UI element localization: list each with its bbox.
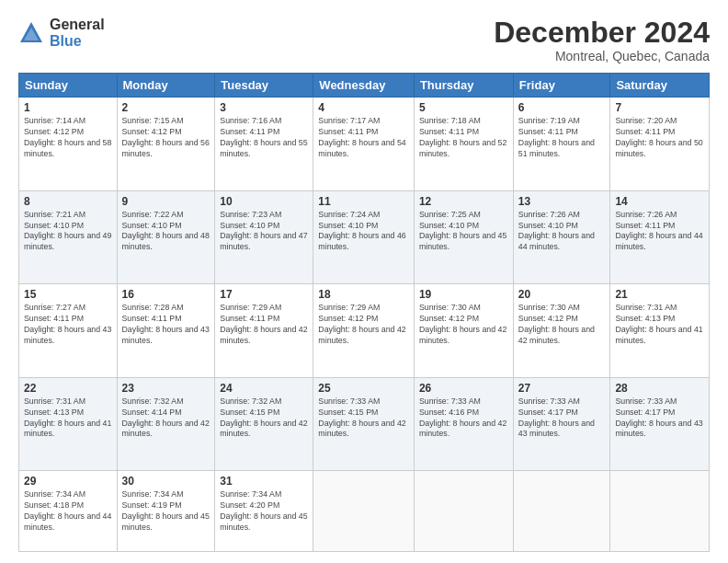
calendar-cell: 16Sunrise: 7:28 AMSunset: 4:11 PMDayligh…	[117, 284, 215, 378]
calendar-cell: 11Sunrise: 7:24 AMSunset: 4:10 PMDayligh…	[313, 190, 415, 284]
calendar-cell: 22Sunrise: 7:31 AMSunset: 4:13 PMDayligh…	[19, 377, 118, 471]
day-info: Sunrise: 7:32 AMSunset: 4:15 PMDaylight:…	[220, 396, 308, 441]
day-number: 19	[419, 288, 508, 301]
calendar-cell: 12Sunrise: 7:25 AMSunset: 4:10 PMDayligh…	[414, 190, 513, 284]
day-number: 24	[220, 382, 308, 395]
day-header-tuesday: Tuesday	[215, 74, 313, 98]
calendar: SundayMondayTuesdayWednesdayThursdayFrid…	[18, 73, 710, 552]
day-info: Sunrise: 7:33 AMSunset: 4:17 PMDaylight:…	[518, 396, 606, 441]
day-info: Sunrise: 7:26 AMSunset: 4:10 PMDaylight:…	[518, 210, 606, 254]
location: Montreal, Quebec, Canada	[494, 49, 710, 63]
day-info: Sunrise: 7:30 AMSunset: 4:12 PMDaylight:…	[518, 303, 606, 347]
week-row-5: 29Sunrise: 7:34 AMSunset: 4:18 PMDayligh…	[19, 471, 710, 552]
week-row-4: 22Sunrise: 7:31 AMSunset: 4:13 PMDayligh…	[19, 377, 710, 471]
day-number: 13	[518, 195, 606, 208]
logo-general: General	[50, 17, 105, 33]
day-number: 28	[615, 382, 704, 395]
day-header-monday: Monday	[117, 74, 215, 98]
calendar-cell: 2Sunrise: 7:15 AMSunset: 4:12 PMDaylight…	[117, 98, 215, 191]
day-info: Sunrise: 7:34 AMSunset: 4:18 PMDaylight:…	[24, 489, 112, 534]
day-header-saturday: Saturday	[610, 74, 710, 98]
calendar-cell: 10Sunrise: 7:23 AMSunset: 4:10 PMDayligh…	[215, 190, 313, 284]
day-header-thursday: Thursday	[414, 74, 513, 98]
calendar-cell	[513, 471, 610, 552]
calendar-cell: 19Sunrise: 7:30 AMSunset: 4:12 PMDayligh…	[414, 284, 513, 378]
day-number: 30	[122, 475, 210, 488]
calendar-cell: 27Sunrise: 7:33 AMSunset: 4:17 PMDayligh…	[513, 377, 610, 471]
day-number: 11	[318, 195, 409, 208]
title-area: December 2024 Montreal, Quebec, Canada	[494, 17, 710, 63]
day-number: 14	[615, 195, 704, 208]
calendar-cell: 7Sunrise: 7:20 AMSunset: 4:11 PMDaylight…	[610, 98, 710, 191]
day-info: Sunrise: 7:14 AMSunset: 4:12 PMDaylight:…	[24, 116, 112, 160]
calendar-cell: 25Sunrise: 7:33 AMSunset: 4:15 PMDayligh…	[313, 377, 415, 471]
day-number: 27	[518, 382, 606, 395]
day-number: 8	[24, 195, 112, 208]
calendar-cell: 26Sunrise: 7:33 AMSunset: 4:16 PMDayligh…	[414, 377, 513, 471]
day-number: 26	[419, 382, 508, 395]
calendar-body: 1Sunrise: 7:14 AMSunset: 4:12 PMDaylight…	[19, 98, 710, 552]
week-row-1: 1Sunrise: 7:14 AMSunset: 4:12 PMDaylight…	[19, 98, 710, 191]
day-header-friday: Friday	[513, 74, 610, 98]
day-number: 16	[122, 288, 210, 301]
calendar-cell: 24Sunrise: 7:32 AMSunset: 4:15 PMDayligh…	[215, 377, 313, 471]
day-number: 1	[24, 101, 112, 114]
day-number: 21	[615, 288, 704, 301]
day-number: 18	[318, 288, 409, 301]
calendar-cell: 6Sunrise: 7:19 AMSunset: 4:11 PMDaylight…	[513, 98, 610, 191]
day-info: Sunrise: 7:22 AMSunset: 4:10 PMDaylight:…	[122, 210, 210, 254]
calendar-cell: 8Sunrise: 7:21 AMSunset: 4:10 PMDaylight…	[19, 190, 118, 284]
day-number: 9	[122, 195, 210, 208]
day-info: Sunrise: 7:20 AMSunset: 4:11 PMDaylight:…	[615, 116, 704, 160]
day-info: Sunrise: 7:33 AMSunset: 4:16 PMDaylight:…	[419, 396, 508, 441]
day-header-wednesday: Wednesday	[313, 74, 415, 98]
week-row-2: 8Sunrise: 7:21 AMSunset: 4:10 PMDaylight…	[19, 190, 710, 284]
day-info: Sunrise: 7:33 AMSunset: 4:17 PMDaylight:…	[615, 396, 704, 441]
day-info: Sunrise: 7:33 AMSunset: 4:15 PMDaylight:…	[318, 396, 409, 441]
calendar-cell: 9Sunrise: 7:22 AMSunset: 4:10 PMDaylight…	[117, 190, 215, 284]
calendar-header-row: SundayMondayTuesdayWednesdayThursdayFrid…	[19, 74, 710, 98]
calendar-cell: 23Sunrise: 7:32 AMSunset: 4:14 PMDayligh…	[117, 377, 215, 471]
day-info: Sunrise: 7:21 AMSunset: 4:10 PMDaylight:…	[24, 210, 112, 254]
day-number: 29	[24, 475, 112, 488]
day-info: Sunrise: 7:28 AMSunset: 4:11 PMDaylight:…	[122, 303, 210, 347]
day-info: Sunrise: 7:31 AMSunset: 4:13 PMDaylight:…	[24, 396, 112, 441]
day-header-sunday: Sunday	[19, 74, 118, 98]
day-info: Sunrise: 7:18 AMSunset: 4:11 PMDaylight:…	[419, 116, 508, 160]
calendar-cell: 13Sunrise: 7:26 AMSunset: 4:10 PMDayligh…	[513, 190, 610, 284]
calendar-cell: 28Sunrise: 7:33 AMSunset: 4:17 PMDayligh…	[610, 377, 710, 471]
day-info: Sunrise: 7:19 AMSunset: 4:11 PMDaylight:…	[518, 116, 606, 160]
day-number: 22	[24, 382, 112, 395]
day-info: Sunrise: 7:26 AMSunset: 4:11 PMDaylight:…	[615, 210, 704, 254]
calendar-cell: 14Sunrise: 7:26 AMSunset: 4:11 PMDayligh…	[610, 190, 710, 284]
calendar-cell: 5Sunrise: 7:18 AMSunset: 4:11 PMDaylight…	[414, 98, 513, 191]
calendar-cell: 4Sunrise: 7:17 AMSunset: 4:11 PMDaylight…	[313, 98, 415, 191]
day-info: Sunrise: 7:34 AMSunset: 4:19 PMDaylight:…	[122, 489, 210, 534]
calendar-cell: 18Sunrise: 7:29 AMSunset: 4:12 PMDayligh…	[313, 284, 415, 378]
day-number: 5	[419, 101, 508, 114]
logo-text: General Blue	[50, 17, 105, 49]
day-number: 23	[122, 382, 210, 395]
logo-blue: Blue	[50, 33, 105, 50]
day-number: 7	[615, 101, 704, 114]
calendar-cell	[414, 471, 513, 552]
day-info: Sunrise: 7:27 AMSunset: 4:11 PMDaylight:…	[24, 303, 112, 347]
day-number: 17	[220, 288, 308, 301]
day-number: 31	[220, 475, 308, 488]
day-info: Sunrise: 7:25 AMSunset: 4:10 PMDaylight:…	[419, 210, 508, 254]
day-info: Sunrise: 7:17 AMSunset: 4:11 PMDaylight:…	[318, 116, 409, 160]
calendar-cell: 20Sunrise: 7:30 AMSunset: 4:12 PMDayligh…	[513, 284, 610, 378]
day-info: Sunrise: 7:16 AMSunset: 4:11 PMDaylight:…	[220, 116, 308, 160]
day-info: Sunrise: 7:29 AMSunset: 4:11 PMDaylight:…	[220, 303, 308, 347]
calendar-cell: 31Sunrise: 7:34 AMSunset: 4:20 PMDayligh…	[215, 471, 313, 552]
day-info: Sunrise: 7:29 AMSunset: 4:12 PMDaylight:…	[318, 303, 409, 347]
day-number: 25	[318, 382, 409, 395]
header: General Blue December 2024 Montreal, Que…	[18, 17, 710, 63]
day-info: Sunrise: 7:15 AMSunset: 4:12 PMDaylight:…	[122, 116, 210, 160]
month-title: December 2024	[494, 17, 710, 49]
day-info: Sunrise: 7:32 AMSunset: 4:14 PMDaylight:…	[122, 396, 210, 441]
calendar-cell	[610, 471, 710, 552]
day-info: Sunrise: 7:23 AMSunset: 4:10 PMDaylight:…	[220, 210, 308, 254]
day-number: 15	[24, 288, 112, 301]
page: General Blue December 2024 Montreal, Que…	[0, 0, 728, 563]
